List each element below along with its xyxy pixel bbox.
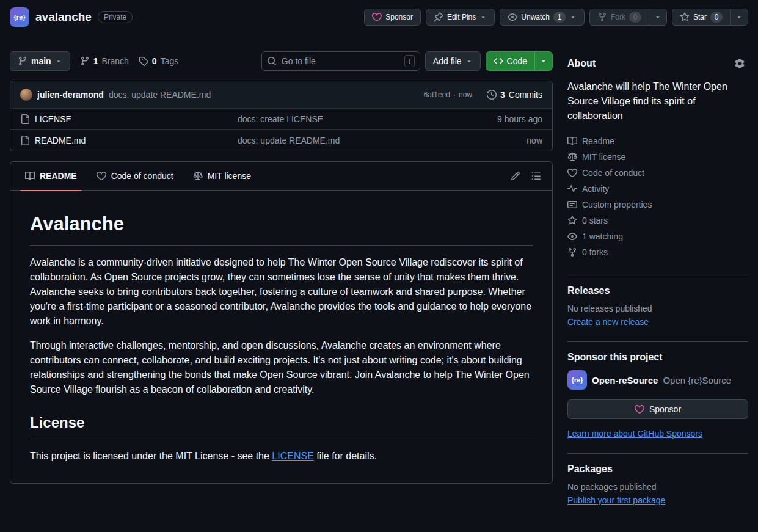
star-button[interactable]: Star 0 <box>672 9 730 26</box>
stars-count-badge: 0 <box>710 12 723 23</box>
fork-icon <box>597 12 607 22</box>
meta-label: 0 stars <box>582 216 608 225</box>
sponsor-org-description: Open {re}Source <box>663 375 731 385</box>
meta-label: MIT license <box>582 152 625 162</box>
tab-label: Code of conduct <box>111 171 173 181</box>
tab-label: README <box>40 171 77 181</box>
fork-label: Fork <box>611 13 625 21</box>
table-row: README.md docs: update README.md now <box>10 129 552 151</box>
add-file-button[interactable]: Add file <box>425 51 481 71</box>
commits-count: 3 <box>500 90 505 100</box>
chevron-down-icon <box>735 13 743 21</box>
sponsor-org-row: {re} Open-reSource Open {re}Source <box>567 370 748 390</box>
repo-name[interactable]: avalanche <box>35 10 92 24</box>
sponsor-org-avatar[interactable]: {re} <box>567 370 587 390</box>
star-dropdown-button[interactable] <box>730 9 748 26</box>
file-browser: julien-deramond docs: update README.md 6… <box>10 81 553 151</box>
file-commit-message[interactable]: docs: create LICENSE <box>238 114 451 124</box>
about-link-forks[interactable]: 0 forks <box>567 244 748 260</box>
go-to-file-search[interactable]: t <box>261 51 420 71</box>
about-title: About <box>567 58 596 69</box>
edit-repo-details-button[interactable] <box>731 55 748 72</box>
commit-message[interactable]: docs: update README.md <box>109 90 211 100</box>
about-link-activity[interactable]: Activity <box>567 181 748 197</box>
code-of-conduct-icon <box>567 168 577 178</box>
about-link-custom-properties[interactable]: Custom properties <box>567 197 748 213</box>
tab-label: MIT license <box>208 171 251 181</box>
repo-nav-actions: t Add file Code <box>261 51 553 71</box>
code-dropdown-button[interactable] <box>534 51 553 71</box>
go-to-file-input[interactable] <box>282 56 399 66</box>
meta-label: Custom properties <box>582 200 652 210</box>
unwatch-label: Unwatch <box>521 13 550 21</box>
eye-icon <box>567 231 577 241</box>
license-text-before: This project is licensed under the MIT L… <box>30 451 272 461</box>
releases-empty-text: No releases published <box>567 304 748 313</box>
note-icon <box>567 200 577 210</box>
sponsor-button[interactable]: Sponsor <box>364 9 421 26</box>
commit-author-avatar[interactable] <box>20 89 32 101</box>
star-label: Star <box>693 13 707 21</box>
about-link-stars[interactable]: 0 stars <box>567 213 748 228</box>
create-release-link[interactable]: Create a new release <box>567 317 649 327</box>
about-link-watching[interactable]: 1 watching <box>567 228 748 244</box>
edit-pins-button[interactable]: Edit Pins <box>426 9 495 26</box>
sponsor-button-label: Sponsor <box>649 404 681 414</box>
branch-tag-counts: 1 Branch 0 Tags <box>80 56 179 66</box>
fork-button[interactable]: Fork 0 <box>589 9 649 26</box>
chevron-down-icon <box>540 57 547 65</box>
license-text-after: file for details. <box>314 451 377 461</box>
branch-selector[interactable]: main <box>10 51 70 71</box>
readme-content: Avalanche Avalanche is a community-drive… <box>10 191 552 483</box>
separator-dot: · <box>453 90 456 99</box>
file-commit-time: now <box>451 136 542 145</box>
repo-content-column: main 1 Branch 0 Tags t <box>10 51 553 520</box>
tab-readme[interactable]: README <box>15 162 87 191</box>
license-heading: License <box>30 412 533 439</box>
search-icon <box>267 56 277 66</box>
publish-package-link[interactable]: Publish your first package <box>567 495 665 505</box>
tab-mit-license[interactable]: MIT license <box>183 162 261 191</box>
code-icon <box>494 56 503 66</box>
eye-icon <box>508 12 517 22</box>
packages-section: Packages No packages published Publish y… <box>567 453 748 520</box>
unwatch-button[interactable]: Unwatch 1 <box>500 9 585 26</box>
tags-count: 0 <box>152 56 157 66</box>
packages-title: Packages <box>567 464 748 475</box>
about-link-readme[interactable]: Readme <box>567 133 748 149</box>
commits-label: Commits <box>509 90 542 100</box>
table-row: LICENSE docs: create LICENSE 9 hours ago <box>10 108 552 129</box>
star-icon <box>680 12 690 22</box>
sidebar-sponsor-button[interactable]: Sponsor <box>567 399 748 419</box>
commit-author[interactable]: julien-deramond <box>37 90 104 100</box>
org-logo[interactable]: {re} <box>10 7 29 27</box>
repo-description: Avalanche will help The Winter Open Sour… <box>567 79 748 123</box>
readme-panel: README Code of conduct MIT license <box>10 161 553 484</box>
code-button[interactable]: Code <box>486 51 534 71</box>
current-branch-label: main <box>31 56 51 66</box>
tab-code-of-conduct[interactable]: Code of conduct <box>87 162 183 191</box>
heart-icon <box>372 12 382 22</box>
sponsor-org-name[interactable]: Open-reSource <box>592 375 658 385</box>
about-link-license[interactable]: MIT license <box>567 149 748 165</box>
file-name-link[interactable]: README.md <box>35 136 238 145</box>
outline-button[interactable] <box>528 167 545 184</box>
license-link[interactable]: LICENSE <box>272 451 313 461</box>
tags-link[interactable]: 0 Tags <box>139 56 178 66</box>
star-button-group: Star 0 <box>672 9 748 26</box>
file-commit-message[interactable]: docs: update README.md <box>238 136 451 145</box>
branches-link[interactable]: 1 Branch <box>80 56 129 66</box>
file-name-link[interactable]: LICENSE <box>35 114 238 124</box>
learn-more-sponsors-link[interactable]: Learn more about GitHub Sponsors <box>567 429 702 439</box>
meta-label: Code of conduct <box>582 168 644 178</box>
commit-history-link[interactable]: 3 Commits <box>487 90 542 100</box>
about-section: About Avalanche will help The Winter Ope… <box>567 51 748 275</box>
edit-readme-button[interactable] <box>507 167 524 184</box>
commit-sha[interactable]: 6af1eed <box>424 90 450 99</box>
fork-dropdown-button[interactable] <box>649 9 667 26</box>
pulse-icon <box>567 184 577 194</box>
about-link-code-of-conduct[interactable]: Code of conduct <box>567 165 748 181</box>
visibility-badge: Private <box>98 11 133 23</box>
fork-button-group: Fork 0 <box>589 9 667 26</box>
book-icon <box>567 136 577 146</box>
